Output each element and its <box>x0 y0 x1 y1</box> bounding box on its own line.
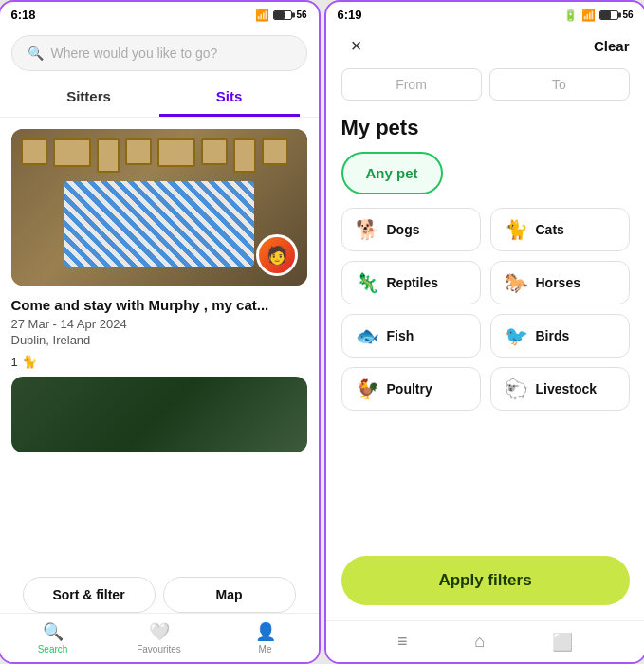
nav-me-label: Me <box>259 644 272 655</box>
to-date-field[interactable]: To <box>489 68 630 101</box>
status-bar-right: 6:19 🔋 📶 56 <box>326 2 645 28</box>
reptiles-button[interactable]: 🦎 Reptiles <box>341 261 481 304</box>
nav-me[interactable]: 👤 Me <box>212 621 319 655</box>
date-row: From To <box>326 61 645 108</box>
tabs-container: Sitters Sits <box>0 79 319 118</box>
pet-row-2: 🦎 Reptiles 🐎 Horses <box>341 261 630 304</box>
search-icon: 🔍 <box>28 46 44 61</box>
wifi-right-icon: 📶 <box>581 9 596 22</box>
nav-search[interactable]: 🔍 Search <box>0 621 106 655</box>
app-container: 6:18 📶 56 🔍 Where would you like to go? … <box>0 0 644 664</box>
frame-1 <box>21 138 47 165</box>
any-pet-label: Any pet <box>366 165 418 181</box>
birds-label: Birds <box>536 328 570 343</box>
search-bar[interactable]: 🔍 Where would you like to go? <box>11 35 307 71</box>
pet-count-number: 1 <box>11 355 18 369</box>
reptiles-icon: 🦎 <box>356 271 379 294</box>
table-cloth <box>64 181 254 267</box>
birds-icon: 🐦 <box>505 324 528 347</box>
dogs-label: Dogs <box>387 222 420 237</box>
reptiles-label: Reptiles <box>387 275 438 290</box>
time-left: 6:18 <box>11 8 36 22</box>
cats-button[interactable]: 🐈 Cats <box>490 208 630 251</box>
listing-image-2 <box>11 377 307 452</box>
sort-filter-button[interactable]: Sort & filter <box>23 577 156 613</box>
search-nav-icon: 🔍 <box>43 621 64 642</box>
poultry-label: Poultry <box>387 381 432 397</box>
status-icons-left: 📶 56 <box>255 9 306 22</box>
tab-sitters[interactable]: Sitters <box>19 79 159 117</box>
cats-label: Cats <box>536 222 564 237</box>
fish-button[interactable]: 🐟 Fish <box>341 314 481 358</box>
listing-image: 🧑 <box>11 129 307 286</box>
pet-row-1: 🐕 Dogs 🐈 Cats <box>341 208 630 251</box>
dogs-icon: 🐕 <box>356 218 379 241</box>
frame-2 <box>53 138 91 167</box>
status-bar-left: 6:18 📶 56 <box>0 2 319 28</box>
avatar: 🧑 <box>256 234 298 276</box>
frame-3 <box>97 138 120 173</box>
bottom-action-buttons: Sort & filter Map <box>23 577 296 613</box>
my-pets-title: My pets <box>326 108 645 152</box>
pet-row-4: 🐓 Poultry 🐑 Livestock <box>341 367 630 411</box>
listing-dates: 27 Mar - 14 Apr 2024 <box>11 317 307 331</box>
map-button[interactable]: Map <box>163 577 296 613</box>
livestock-label: Livestock <box>536 381 598 397</box>
nav-search-label: Search <box>38 644 68 655</box>
livestock-button[interactable]: 🐑 Livestock <box>490 367 630 411</box>
apply-btn-container: Apply filters <box>326 541 645 620</box>
wifi-icon: 📶 <box>255 9 269 22</box>
close-button[interactable]: × <box>341 35 372 57</box>
pets-grid: Any pet 🐕 Dogs 🐈 Cats 🦎 Reptiles <box>326 152 645 411</box>
horses-button[interactable]: 🐎 Horses <box>490 261 630 304</box>
tab-sits[interactable]: Sits <box>159 79 300 117</box>
frame-6 <box>201 138 228 165</box>
birds-button[interactable]: 🐦 Birds <box>490 314 630 358</box>
frame-4 <box>125 138 152 165</box>
poultry-button[interactable]: 🐓 Poultry <box>341 367 481 411</box>
clear-button[interactable]: Clear <box>594 38 630 54</box>
frame-7 <box>233 138 256 173</box>
filter-header: × Clear <box>326 28 645 61</box>
frame-5 <box>157 138 195 167</box>
heart-nav-icon: 🤍 <box>149 621 170 642</box>
listing-location: Dublin, Ireland <box>11 333 307 347</box>
screen-right: 6:19 🔋 📶 56 × Clear From To My pets <box>324 0 645 664</box>
cats-icon: 🐈 <box>505 218 528 241</box>
fish-label: Fish <box>387 328 414 343</box>
frame-8 <box>262 138 288 165</box>
listing-title: Come and stay with Murphy , my cat... <box>11 297 307 313</box>
nav-favourites-label: Favourites <box>137 644 181 655</box>
pet-row-3: 🐟 Fish 🐦 Birds <box>341 314 630 358</box>
battery-right <box>599 10 618 20</box>
battery-nav-icon: 🔋 <box>563 9 578 22</box>
status-icons-right: 🔋 📶 56 <box>563 9 633 22</box>
bottom-nav-right: ≡ ⌂ ⬜ <box>326 620 645 662</box>
screen-left: 6:18 📶 56 🔍 Where would you like to go? … <box>0 0 321 664</box>
from-date-field[interactable]: From <box>341 68 482 101</box>
fish-icon: 🐟 <box>356 324 379 347</box>
cat-icon: 🐈 <box>22 355 37 369</box>
back-nav-icon[interactable]: ⬜ <box>552 632 573 653</box>
horses-icon: 🐎 <box>505 271 528 294</box>
livestock-icon: 🐑 <box>505 378 528 400</box>
hamburger-nav-icon[interactable]: ≡ <box>397 632 408 652</box>
poultry-icon: 🐓 <box>356 378 379 400</box>
search-placeholder: Where would you like to go? <box>51 46 218 61</box>
battery-icon <box>273 10 292 20</box>
apply-filters-button[interactable]: Apply filters <box>341 556 630 605</box>
home-nav-icon[interactable]: ⌂ <box>474 632 485 652</box>
horses-label: Horses <box>536 275 580 290</box>
battery-pct-right: 56 <box>622 9 633 20</box>
listing-info: Come and stay with Murphy , my cat... 27… <box>0 297 319 377</box>
battery-pct-left: 56 <box>296 9 306 20</box>
search-bar-container: 🔍 Where would you like to go? <box>0 28 319 79</box>
dogs-button[interactable]: 🐕 Dogs <box>341 208 481 251</box>
any-pet-button[interactable]: Any pet <box>341 152 443 194</box>
pet-count: 1 🐈 <box>11 355 307 369</box>
wall-frames <box>21 138 298 173</box>
nav-favourites[interactable]: 🤍 Favourites <box>106 621 212 655</box>
bottom-nav-left: 🔍 Search 🤍 Favourites 👤 Me <box>0 613 319 662</box>
time-right: 6:19 <box>338 8 362 22</box>
me-nav-icon: 👤 <box>255 621 276 642</box>
